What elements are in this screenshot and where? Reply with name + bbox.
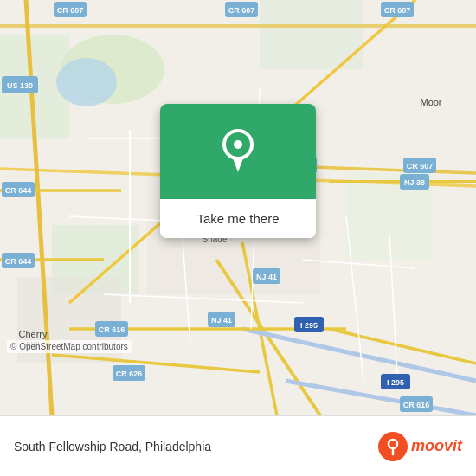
- svg-text:CR 644: CR 644: [5, 257, 32, 266]
- svg-text:CR 616: CR 616: [99, 325, 125, 334]
- svg-text:CR 616: CR 616: [403, 401, 430, 409]
- location-text: South Fellowship Road, Philadelphia: [14, 440, 211, 453]
- svg-text:CR 607: CR 607: [228, 6, 255, 15]
- location-pin-icon: [219, 129, 257, 174]
- take-me-there-button[interactable]: Take me there: [160, 199, 316, 238]
- svg-text:US 130: US 130: [7, 81, 33, 90]
- svg-text:NJ 41: NJ 41: [256, 273, 277, 281]
- svg-text:NJ 41: NJ 41: [211, 316, 232, 325]
- map-container: CR 607 CR 607 CR 607 US 130 CR 644 CR 64…: [0, 0, 476, 415]
- osm-attribution: © OpenStreetMap contributors: [7, 340, 132, 353]
- action-card: Take me there: [160, 104, 316, 238]
- card-green-section: [160, 104, 316, 199]
- svg-text:NJ 38: NJ 38: [404, 178, 425, 187]
- svg-text:CR 626: CR 626: [116, 370, 143, 378]
- moovit-icon: [378, 432, 408, 461]
- svg-text:CR 607: CR 607: [407, 162, 434, 170]
- svg-point-70: [378, 432, 408, 461]
- bottom-bar: South Fellowship Road, Philadelphia moov…: [0, 415, 476, 476]
- svg-text:Cherry: Cherry: [18, 329, 48, 339]
- svg-text:I 295: I 295: [387, 378, 404, 387]
- svg-text:CR 607: CR 607: [384, 6, 411, 15]
- svg-point-8: [56, 58, 117, 106]
- moovit-label: moovit: [411, 437, 462, 455]
- svg-text:I 295: I 295: [300, 321, 318, 330]
- svg-text:CR 644: CR 644: [5, 186, 32, 195]
- svg-text:Moor: Moor: [420, 97, 441, 107]
- svg-text:CR 607: CR 607: [57, 6, 84, 15]
- moovit-logo[interactable]: moovit: [378, 432, 462, 461]
